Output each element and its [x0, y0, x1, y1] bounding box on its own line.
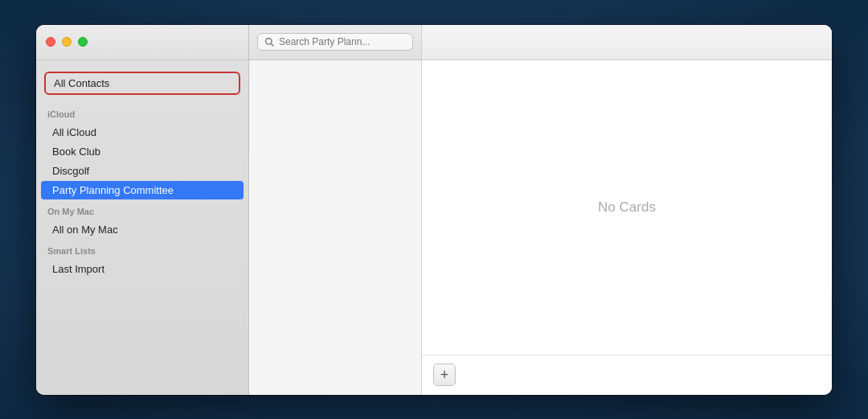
detail-panel: No Cards + [422, 25, 832, 395]
all-contacts-button[interactable]: All Contacts [44, 72, 240, 95]
middle-panel [249, 25, 422, 395]
sidebar-item-book-club[interactable]: Book Club [41, 142, 244, 161]
sidebar-item-discgolf[interactable]: Discgolf [41, 162, 244, 180]
sidebar-item-last-import[interactable]: Last Import [41, 260, 244, 278]
titlebar [36, 25, 248, 60]
search-bar [249, 25, 421, 60]
detail-footer: + [422, 355, 832, 395]
contacts-window: All Contacts iCloud All iCloud Book Club… [36, 25, 832, 395]
icloud-section-label: iCloud [36, 103, 248, 122]
sidebar-item-all-icloud[interactable]: All iCloud [41, 123, 244, 142]
search-input[interactable] [279, 36, 406, 47]
svg-point-0 [266, 38, 272, 43]
no-cards-label: No Cards [598, 199, 656, 216]
sidebar-item-all-on-my-mac[interactable]: All on My Mac [41, 220, 244, 239]
svg-line-1 [271, 43, 273, 46]
close-button[interactable] [46, 37, 55, 47]
detail-titlebar [422, 25, 832, 60]
sidebar-content: All Contacts iCloud All iCloud Book Club… [36, 60, 248, 395]
sidebar-item-party-planning[interactable]: Party Planning Committee [41, 181, 244, 199]
search-input-wrapper [257, 33, 413, 51]
minimize-button[interactable] [62, 37, 72, 47]
add-contact-button[interactable]: + [433, 364, 456, 386]
search-icon [264, 37, 275, 47]
detail-content: No Cards [422, 60, 832, 355]
on-my-mac-section-label: On My Mac [36, 200, 248, 220]
smart-lists-section-label: Smart Lists [36, 240, 248, 259]
sidebar: All Contacts iCloud All iCloud Book Club… [36, 25, 249, 395]
maximize-button[interactable] [78, 37, 88, 47]
